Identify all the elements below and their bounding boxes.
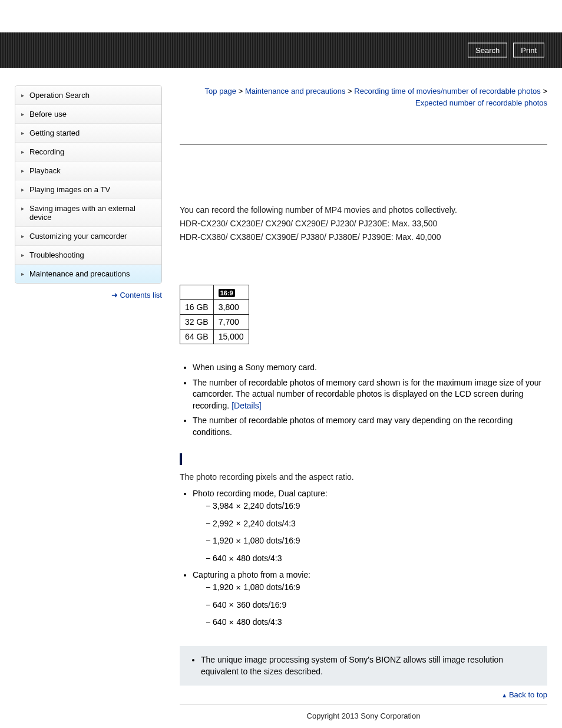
intro-line-2: HDR-CX230/ CX230E/ CX290/ CX290E/ PJ230/…: [180, 218, 547, 230]
list-item: The number of recordable photos of memor…: [193, 415, 547, 438]
sidebar-item-operation-search[interactable]: Operation Search: [15, 86, 161, 104]
capacity-table: 16:9 16 GB3,800 32 GB7,700 64 GB15,000: [180, 285, 249, 344]
sidebar-item-getting-started[interactable]: Getting started: [15, 123, 161, 142]
sidebar-item-saving-external[interactable]: Saving images with an external device: [15, 199, 161, 226]
breadcrumb-page[interactable]: Expected number of recordable photos: [415, 98, 547, 107]
list-item: When using a Sony memory card.: [193, 362, 547, 374]
list-item: Photo recording mode, Dual capture: 3,98…: [193, 488, 547, 566]
notes-list: When using a Sony memory card. The numbe…: [180, 362, 547, 439]
back-to-top-link[interactable]: Back to top: [501, 690, 547, 699]
multiply-icon: ✕: [236, 502, 241, 511]
list-item: The number of recordable photos of memor…: [193, 377, 547, 412]
table-row: 16 GB3,800: [180, 300, 249, 315]
list-item: 640✕480 dots/4:3: [206, 552, 547, 566]
intro-line-3: HDR-CX380/ CX380E/ CX390E/ PJ380/ PJ380E…: [180, 231, 547, 243]
multiply-icon: ✕: [236, 584, 241, 592]
list-item: 640✕360 dots/16:9: [206, 598, 547, 612]
header-bar: Search Print: [0, 32, 562, 68]
search-button[interactable]: Search: [468, 43, 507, 58]
contents-list-link[interactable]: Contents list: [111, 291, 162, 299]
sidebar-item-maintenance[interactable]: Maintenance and precautions: [15, 264, 161, 283]
details-link[interactable]: [Details]: [232, 401, 262, 410]
note-box: The unique image processing system of So…: [180, 646, 547, 686]
list-item: 3,984✕2,240 dots/16:9: [206, 499, 547, 513]
sidebar-item-playing-tv[interactable]: Playing images on a TV: [15, 180, 161, 199]
table-row: 32 GB7,700: [180, 315, 249, 330]
list-item: 640✕480 dots/4:3: [206, 615, 547, 630]
multiply-icon: ✕: [229, 618, 234, 627]
copyright-text: Copyright 2013 Sony Corporation: [180, 704, 547, 728]
ratio-badge-icon: 16:9: [219, 289, 235, 297]
list-item: Capturing a photo from a movie: 1,920✕1,…: [193, 569, 547, 630]
list-item: 1,920✕1,080 dots/16:9: [206, 534, 547, 548]
sidebar-item-customizing[interactable]: Customizing your camcorder: [15, 226, 161, 245]
table-row: 64 GB15,000: [180, 330, 249, 344]
multiply-icon: ✕: [229, 555, 234, 564]
sidebar: Operation Search Before use Getting star…: [15, 85, 162, 728]
breadcrumb-category[interactable]: Maintenance and precautions: [245, 87, 346, 95]
intro-line-1: You can record the following number of M…: [180, 204, 547, 216]
breadcrumb-top[interactable]: Top page: [205, 87, 237, 95]
multiply-icon: ✕: [236, 519, 241, 528]
print-button[interactable]: Print: [513, 43, 544, 58]
pixels-intro: The photo recording pixels and the aspec…: [180, 471, 547, 483]
list-item: 1,920✕1,080 dots/16:9: [206, 581, 547, 595]
main-content: Top page > Maintenance and precautions >…: [180, 85, 547, 728]
sidebar-item-before-use[interactable]: Before use: [15, 104, 161, 123]
sidebar-item-troubleshooting[interactable]: Troubleshooting: [15, 245, 161, 264]
sidebar-item-recording[interactable]: Recording: [15, 142, 161, 161]
section-marker-icon: [180, 453, 182, 465]
multiply-icon: ✕: [229, 601, 234, 610]
note-text: The unique image processing system of So…: [201, 654, 538, 677]
sidebar-item-playback[interactable]: Playback: [15, 161, 161, 180]
divider: [180, 144, 547, 145]
multiply-icon: ✕: [236, 537, 241, 546]
breadcrumb: Top page > Maintenance and precautions >…: [180, 85, 547, 108]
list-item: 2,992✕2,240 dots/4:3: [206, 517, 547, 531]
breadcrumb-sub[interactable]: Recording time of movies/number of recor…: [354, 87, 541, 95]
